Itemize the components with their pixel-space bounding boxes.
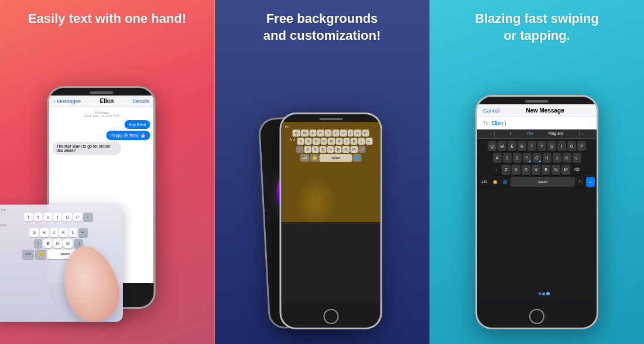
message-bubble-sent-1: Hey Ellen [125, 120, 150, 129]
phone-screen-mid-front: I'm ← Q W E R T Y U I O P [282, 122, 381, 304]
dark-key-n[interactable]: N [551, 165, 560, 175]
dark-key-punctuation[interactable]: ?!, [576, 177, 585, 187]
dark-key-z[interactable]: Z [502, 165, 511, 175]
kb-row-2: G H J K L ↵ [0, 228, 121, 237]
keyboard-rows-left: I'm ← T Y U I O P ← And G H J K L ↵ [0, 205, 123, 263]
key-n[interactable]: N [53, 239, 62, 248]
key-emoji[interactable]: 😊 [35, 250, 46, 259]
new-message-title: New Message [526, 107, 564, 114]
phone-speaker [90, 91, 113, 94]
phone-speaker-right [525, 100, 549, 103]
key-h[interactable]: H [40, 228, 49, 237]
message-row: Hey Ellen Happy Birthday! 🎂 [53, 120, 150, 142]
key-g[interactable]: G [29, 228, 38, 237]
contact-name: Ellen [100, 98, 114, 104]
messages-header: ‹ Messages Ellen Details [49, 96, 154, 107]
dark-key-space[interactable]: space [511, 177, 575, 187]
key-u[interactable]: U [43, 213, 52, 222]
dark-key-b[interactable]: B [542, 165, 550, 175]
dark-key-e[interactable]: E [508, 141, 516, 151]
right-panel-title: Blazing fast swipingor tapping. [463, 11, 610, 44]
kb-dark-row-1: Q W E R T Y U I O P [479, 141, 595, 151]
key-j[interactable]: J [50, 228, 58, 237]
key-backspace[interactable]: ← [83, 213, 93, 222]
phone-speaker-mid-front [319, 118, 342, 120]
dark-key-u[interactable]: U [547, 141, 556, 151]
dark-key-o[interactable]: O [567, 141, 576, 151]
dark-key-backspace[interactable]: ⌫ [571, 165, 582, 175]
dark-key-shift[interactable]: ↑ [492, 165, 501, 175]
phone-mockup-right: Cancel New Message To: Ellen | ‹ I I'm M… [475, 95, 598, 329]
key-b[interactable]: B [43, 239, 52, 248]
dark-key-globe[interactable]: 🌐 [501, 177, 509, 187]
key-y[interactable]: Y [34, 213, 43, 222]
key-return[interactable]: ↵ [78, 228, 88, 237]
dark-key-t[interactable]: T [527, 141, 536, 151]
kb-dark-row-3: ↑ Z X C V B N M ⌫ [479, 165, 595, 175]
to-value: Ellen | [492, 120, 506, 126]
kb-dark-row-2: A S D F G H J K L [479, 153, 595, 163]
kb-dark-row-4: 123 😊 🌐 space ?!, ↵ [479, 177, 595, 187]
left-panel-title: Easily text with one hand! [16, 11, 198, 28]
middle-panel-title: Free backgroundsand customization! [252, 11, 392, 44]
suggestion-maguire[interactable]: Maguire [549, 131, 563, 137]
suggestion-im[interactable]: I'm [527, 131, 533, 137]
message-bubble-received: Thanks! Want to go for dinner this week? [53, 142, 121, 155]
dark-key-c[interactable]: C [522, 165, 530, 175]
suggestion-i[interactable]: I [511, 131, 512, 137]
dark-key-s[interactable]: S [503, 153, 512, 163]
key-123[interactable]: 123 [22, 250, 34, 259]
phone-screen-right: Cancel New Message To: Ellen | ‹ I I'm M… [477, 104, 597, 304]
dark-key-x[interactable]: X [512, 165, 520, 175]
dark-key-p[interactable]: P [577, 141, 586, 151]
to-field[interactable]: To: Ellen | [477, 117, 597, 130]
key-i[interactable]: I [53, 213, 61, 222]
dark-key-q[interactable]: Q [488, 141, 496, 151]
panel-left: Easily text with one hand! ‹ Messages El… [0, 0, 215, 344]
panel-middle: Free backgroundsand customization! 😊 ABC [215, 0, 430, 344]
message-bubble-sent-2: Happy Birthday! 🎂 [107, 131, 150, 140]
chevron-right-icon: › [579, 131, 585, 137]
dark-key-m[interactable]: M [561, 165, 570, 175]
dark-key-y[interactable]: Y [537, 141, 546, 151]
dark-key-v[interactable]: V [532, 165, 540, 175]
photo-background: I'm ← Q W E R T Y U I O P [282, 122, 381, 222]
dark-key-d[interactable]: D [513, 153, 522, 163]
to-label: To: [483, 120, 492, 126]
dark-key-j[interactable]: J [553, 153, 561, 163]
cancel-button-right[interactable]: Cancel [483, 108, 499, 114]
key-k[interactable]: K [59, 228, 68, 237]
messages-body: iMessageWed, Dec 16, 4:21 PM Hey Ellen H… [49, 107, 154, 160]
keyboard-overlay-left: I'm ← T Y U I O P ← And G H J K L ↵ [0, 205, 123, 322]
key-m[interactable]: M [63, 239, 73, 248]
new-message-header: Cancel New Message [477, 104, 597, 117]
key-t[interactable]: T [24, 213, 32, 222]
message-time: iMessageWed, Dec 16, 4:21 PM [53, 111, 150, 118]
dark-key-w[interactable]: W [498, 141, 506, 151]
dark-key-123[interactable]: 123 [479, 177, 489, 187]
dark-key-h[interactable]: H [543, 153, 551, 163]
dark-key-k[interactable]: K [563, 153, 571, 163]
messages-back-button: ‹ Messages [54, 98, 81, 104]
phone-mockup-middle-front: I'm ← Q W E R T Y U I O P [280, 113, 382, 329]
dark-key-emoji[interactable]: 😊 [491, 177, 499, 187]
dark-keyboard: ‹ I I'm Maguire › Q W E R T Y [477, 130, 597, 304]
dark-key-return[interactable]: ↵ [586, 177, 595, 187]
dark-key-l[interactable]: L [573, 153, 581, 163]
swipe-trail [539, 292, 550, 295]
dark-key-g[interactable]: G [533, 153, 542, 163]
messages-details-button: Details [133, 98, 149, 104]
dark-key-i[interactable]: I [557, 141, 566, 151]
panel-right: Blazing fast swipingor tapping. Cancel N… [430, 0, 644, 344]
dark-key-a[interactable]: A [493, 153, 502, 163]
key-shift[interactable]: ↑ [34, 239, 42, 248]
dark-key-r[interactable]: R [518, 141, 526, 151]
keyboard-rows-dark: Q W E R T Y U I O P A S [477, 139, 597, 190]
dark-key-f[interactable]: F [523, 153, 532, 163]
key-l[interactable]: L [69, 228, 77, 237]
kb-row-3: ↑ B N M .,! [0, 239, 121, 248]
key-p[interactable]: P [73, 213, 82, 222]
suggestion-bar: ‹ I I'm Maguire › [477, 130, 597, 139]
key-o[interactable]: O [63, 213, 71, 222]
kb-row-1: T Y U I O P ← [0, 213, 121, 222]
